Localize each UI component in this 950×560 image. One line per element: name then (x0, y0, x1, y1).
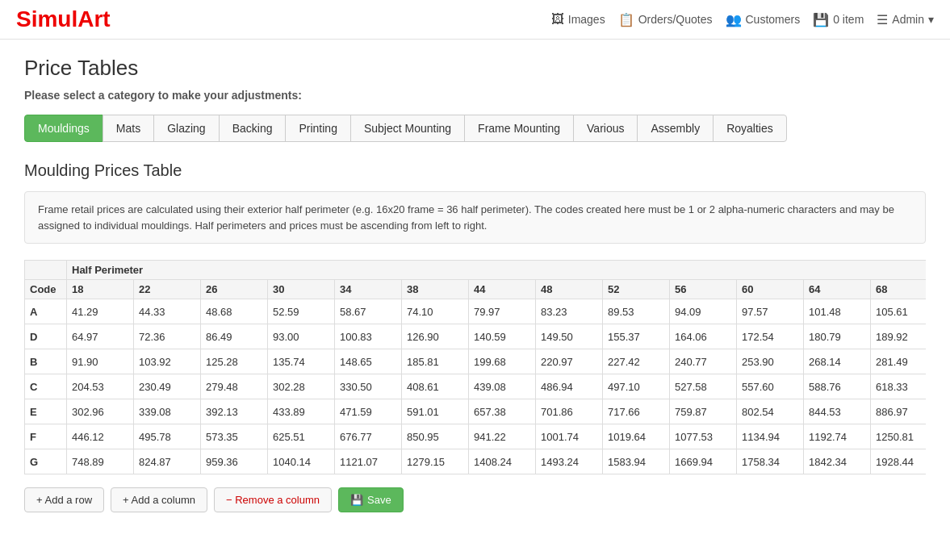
input-C-48[interactable] (541, 381, 597, 393)
input-G-26[interactable] (206, 456, 262, 468)
input-D-56[interactable] (675, 331, 731, 343)
cell-G-34[interactable] (335, 449, 402, 474)
input-D-22[interactable] (139, 331, 195, 343)
input-B-60[interactable] (742, 356, 798, 368)
cell-A-64[interactable] (804, 299, 871, 324)
input-A-60[interactable] (742, 306, 798, 318)
input-E-56[interactable] (675, 406, 731, 418)
cart-nav[interactable]: 💾 0 item (813, 12, 864, 27)
input-D-64[interactable] (809, 331, 865, 343)
cell-G-18[interactable] (67, 449, 134, 474)
customers-nav[interactable]: 👥 Customers (726, 12, 801, 27)
cell-F-30[interactable] (268, 424, 335, 449)
input-G-34[interactable] (340, 456, 396, 468)
cell-D-34[interactable] (335, 324, 402, 349)
cell-E-60[interactable] (737, 399, 804, 424)
input-F-52[interactable] (608, 431, 664, 443)
input-F-56[interactable] (675, 431, 731, 443)
images-nav[interactable]: 🖼 Images (551, 12, 605, 27)
input-E-68[interactable] (876, 406, 926, 418)
input-A-26[interactable] (206, 306, 262, 318)
cell-C-30[interactable] (268, 374, 335, 399)
input-D-38[interactable] (407, 331, 463, 343)
cell-E-64[interactable] (804, 399, 871, 424)
cell-E-38[interactable] (402, 399, 469, 424)
input-A-52[interactable] (608, 306, 664, 318)
cell-B-30[interactable] (268, 349, 335, 374)
input-B-56[interactable] (675, 356, 731, 368)
cell-F-22[interactable] (134, 424, 201, 449)
cell-F-26[interactable] (201, 424, 268, 449)
input-G-64[interactable] (809, 456, 865, 468)
cell-B-18[interactable] (67, 349, 134, 374)
cell-D-64[interactable] (804, 324, 871, 349)
cell-F-44[interactable] (469, 424, 536, 449)
cell-B-44[interactable] (469, 349, 536, 374)
cell-C-18[interactable] (67, 374, 134, 399)
input-E-44[interactable] (474, 406, 530, 418)
input-B-48[interactable] (541, 356, 597, 368)
tab-various[interactable]: Various (573, 115, 638, 142)
cell-E-30[interactable] (268, 399, 335, 424)
cell-F-56[interactable] (670, 424, 737, 449)
input-C-44[interactable] (474, 381, 530, 393)
input-D-48[interactable] (541, 331, 597, 343)
tab-subject-mounting[interactable]: Subject Mounting (350, 115, 465, 142)
cell-C-68[interactable] (871, 374, 927, 399)
input-F-68[interactable] (876, 431, 926, 443)
cell-G-48[interactable] (536, 449, 603, 474)
cell-B-34[interactable] (335, 349, 402, 374)
cell-E-22[interactable] (134, 399, 201, 424)
cell-B-38[interactable] (402, 349, 469, 374)
cell-F-60[interactable] (737, 424, 804, 449)
input-A-34[interactable] (340, 306, 396, 318)
input-C-52[interactable] (608, 381, 664, 393)
input-C-56[interactable] (675, 381, 731, 393)
input-E-38[interactable] (407, 406, 463, 418)
input-G-22[interactable] (139, 456, 195, 468)
input-G-56[interactable] (675, 456, 731, 468)
tab-printing[interactable]: Printing (285, 115, 350, 142)
input-G-68[interactable] (876, 456, 926, 468)
input-D-26[interactable] (206, 331, 262, 343)
input-E-30[interactable] (273, 406, 329, 418)
cell-C-56[interactable] (670, 374, 737, 399)
admin-nav[interactable]: ☰ Admin ▾ (877, 12, 934, 27)
cell-B-26[interactable] (201, 349, 268, 374)
cell-D-38[interactable] (402, 324, 469, 349)
input-E-60[interactable] (742, 406, 798, 418)
cell-C-60[interactable] (737, 374, 804, 399)
input-B-18[interactable] (72, 356, 128, 368)
cell-F-38[interactable] (402, 424, 469, 449)
input-C-64[interactable] (809, 381, 865, 393)
cell-D-48[interactable] (536, 324, 603, 349)
tab-royalties[interactable]: Royalties (713, 115, 787, 142)
input-G-44[interactable] (474, 456, 530, 468)
input-E-64[interactable] (809, 406, 865, 418)
cell-G-68[interactable] (871, 449, 927, 474)
cell-G-22[interactable] (134, 449, 201, 474)
remove-column-button[interactable]: − Remove a column (214, 487, 332, 512)
cell-C-44[interactable] (469, 374, 536, 399)
cell-G-30[interactable] (268, 449, 335, 474)
cell-F-64[interactable] (804, 424, 871, 449)
input-G-60[interactable] (742, 456, 798, 468)
input-F-22[interactable] (139, 431, 195, 443)
input-G-30[interactable] (273, 456, 329, 468)
tab-assembly[interactable]: Assembly (637, 115, 714, 142)
add-row-button[interactable]: + Add a row (24, 487, 104, 512)
input-D-60[interactable] (742, 331, 798, 343)
cell-A-38[interactable] (402, 299, 469, 324)
cell-D-26[interactable] (201, 324, 268, 349)
input-D-68[interactable] (876, 331, 926, 343)
input-D-18[interactable] (72, 331, 128, 343)
cell-G-26[interactable] (201, 449, 268, 474)
input-F-34[interactable] (340, 431, 396, 443)
cell-C-26[interactable] (201, 374, 268, 399)
cell-D-68[interactable] (871, 324, 927, 349)
cell-E-68[interactable] (871, 399, 927, 424)
input-F-60[interactable] (742, 431, 798, 443)
input-G-52[interactable] (608, 456, 664, 468)
cell-E-34[interactable] (335, 399, 402, 424)
input-C-68[interactable] (876, 381, 926, 393)
